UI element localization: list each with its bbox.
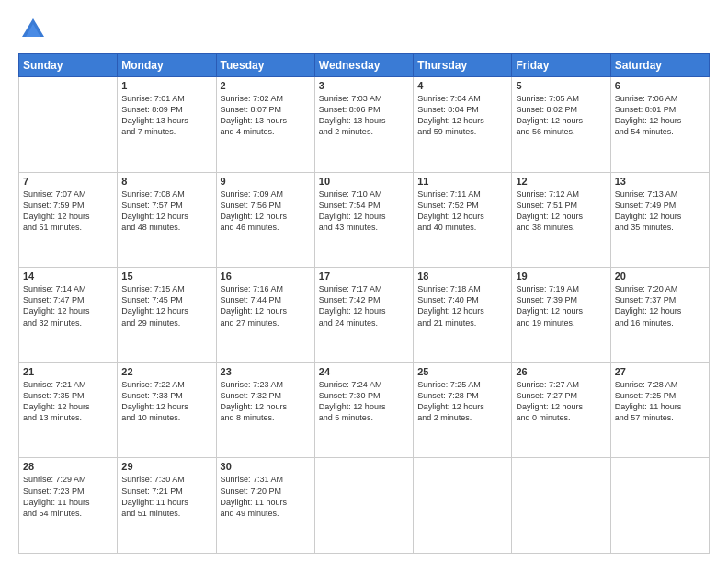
- day-number: 24: [319, 366, 409, 377]
- day-number: 16: [221, 270, 311, 282]
- header-day-sunday: Sunday: [19, 54, 118, 77]
- logo-icon: [18, 15, 48, 44]
- day-info: Sunrise: 7:24 AM Sunset: 7:30 PM Dayligh…: [319, 379, 409, 424]
- day-number: 2: [221, 80, 311, 91]
- day-number: 8: [121, 176, 211, 187]
- calendar-cell: 15Sunrise: 7:15 AM Sunset: 7:45 PM Dayli…: [118, 268, 216, 363]
- calendar-cell: 11Sunrise: 7:11 AM Sunset: 7:52 PM Dayli…: [414, 172, 512, 268]
- day-number: 13: [615, 176, 705, 187]
- header-day-saturday: Saturday: [610, 54, 709, 77]
- day-info: Sunrise: 7:31 AM Sunset: 7:20 PM Dayligh…: [221, 474, 311, 519]
- day-number: 30: [221, 461, 311, 472]
- calendar-cell: 22Sunrise: 7:22 AM Sunset: 7:33 PM Dayli…: [118, 362, 216, 458]
- day-info: Sunrise: 7:22 AM Sunset: 7:33 PM Dayligh…: [121, 379, 211, 424]
- calendar-row-3: 14Sunrise: 7:14 AM Sunset: 7:47 PM Dayli…: [19, 268, 710, 363]
- day-info: Sunrise: 7:16 AM Sunset: 7:44 PM Dayligh…: [221, 283, 311, 328]
- calendar-cell: 27Sunrise: 7:28 AM Sunset: 7:25 PM Dayli…: [610, 362, 709, 458]
- header-day-thursday: Thursday: [414, 54, 512, 77]
- day-number: 28: [23, 461, 113, 472]
- calendar-cell: 20Sunrise: 7:20 AM Sunset: 7:37 PM Dayli…: [610, 268, 709, 363]
- day-number: 5: [516, 80, 606, 91]
- day-number: 17: [319, 270, 409, 282]
- day-info: Sunrise: 7:01 AM Sunset: 8:09 PM Dayligh…: [121, 93, 211, 138]
- day-number: 10: [319, 176, 409, 187]
- calendar-cell: 13Sunrise: 7:13 AM Sunset: 7:49 PM Dayli…: [610, 172, 709, 268]
- calendar-cell: 10Sunrise: 7:10 AM Sunset: 7:54 PM Dayli…: [314, 172, 413, 268]
- day-number: 1: [121, 80, 211, 91]
- day-info: Sunrise: 7:12 AM Sunset: 7:51 PM Dayligh…: [516, 189, 606, 234]
- calendar-cell: 5Sunrise: 7:05 AM Sunset: 8:02 PM Daylig…: [512, 77, 610, 173]
- page: SundayMondayTuesdayWednesdayThursdayFrid…: [0, 0, 728, 563]
- calendar-cell: 7Sunrise: 7:07 AM Sunset: 7:59 PM Daylig…: [19, 172, 118, 268]
- calendar-cell: 16Sunrise: 7:16 AM Sunset: 7:44 PM Dayli…: [216, 268, 314, 363]
- day-info: Sunrise: 7:13 AM Sunset: 7:49 PM Dayligh…: [615, 189, 705, 234]
- day-number: 6: [615, 80, 705, 91]
- day-number: 9: [221, 176, 311, 187]
- day-number: 23: [221, 366, 311, 377]
- calendar-row-4: 21Sunrise: 7:21 AM Sunset: 7:35 PM Dayli…: [19, 362, 710, 458]
- day-info: Sunrise: 7:29 AM Sunset: 7:23 PM Dayligh…: [23, 474, 113, 519]
- calendar-cell: [512, 458, 610, 554]
- calendar-header-row: SundayMondayTuesdayWednesdayThursdayFrid…: [19, 54, 710, 77]
- day-info: Sunrise: 7:20 AM Sunset: 7:37 PM Dayligh…: [615, 283, 705, 328]
- day-number: 7: [23, 176, 113, 187]
- day-number: 21: [23, 366, 113, 377]
- calendar-cell: 19Sunrise: 7:19 AM Sunset: 7:39 PM Dayli…: [512, 268, 610, 363]
- header: [18, 15, 710, 44]
- day-info: Sunrise: 7:06 AM Sunset: 8:01 PM Dayligh…: [615, 93, 705, 138]
- day-info: Sunrise: 7:08 AM Sunset: 7:57 PM Dayligh…: [121, 189, 211, 234]
- header-day-tuesday: Tuesday: [216, 54, 314, 77]
- calendar-cell: 25Sunrise: 7:25 AM Sunset: 7:28 PM Dayli…: [414, 362, 512, 458]
- calendar-cell: 28Sunrise: 7:29 AM Sunset: 7:23 PM Dayli…: [19, 458, 118, 554]
- calendar-cell: 14Sunrise: 7:14 AM Sunset: 7:47 PM Dayli…: [19, 268, 118, 363]
- day-info: Sunrise: 7:15 AM Sunset: 7:45 PM Dayligh…: [121, 283, 211, 328]
- calendar-cell: 29Sunrise: 7:30 AM Sunset: 7:21 PM Dayli…: [118, 458, 216, 554]
- calendar-row-5: 28Sunrise: 7:29 AM Sunset: 7:23 PM Dayli…: [19, 458, 710, 554]
- calendar-cell: 2Sunrise: 7:02 AM Sunset: 8:07 PM Daylig…: [216, 77, 314, 173]
- calendar-cell: 4Sunrise: 7:04 AM Sunset: 8:04 PM Daylig…: [414, 77, 512, 173]
- calendar-cell: 6Sunrise: 7:06 AM Sunset: 8:01 PM Daylig…: [610, 77, 709, 173]
- day-info: Sunrise: 7:09 AM Sunset: 7:56 PM Dayligh…: [221, 189, 311, 234]
- day-number: 3: [319, 80, 409, 91]
- calendar-cell: 26Sunrise: 7:27 AM Sunset: 7:27 PM Dayli…: [512, 362, 610, 458]
- day-number: 22: [121, 366, 211, 377]
- day-number: 11: [417, 176, 507, 187]
- logo: [18, 15, 51, 44]
- day-info: Sunrise: 7:18 AM Sunset: 7:40 PM Dayligh…: [417, 283, 507, 328]
- calendar-cell: [414, 458, 512, 554]
- day-number: 27: [615, 366, 705, 377]
- day-info: Sunrise: 7:11 AM Sunset: 7:52 PM Dayligh…: [417, 189, 507, 234]
- calendar-cell: [19, 77, 118, 173]
- calendar-cell: 18Sunrise: 7:18 AM Sunset: 7:40 PM Dayli…: [414, 268, 512, 363]
- calendar-cell: 8Sunrise: 7:08 AM Sunset: 7:57 PM Daylig…: [118, 172, 216, 268]
- calendar: SundayMondayTuesdayWednesdayThursdayFrid…: [18, 53, 710, 554]
- day-number: 26: [516, 366, 606, 377]
- calendar-cell: 21Sunrise: 7:21 AM Sunset: 7:35 PM Dayli…: [19, 362, 118, 458]
- calendar-cell: 30Sunrise: 7:31 AM Sunset: 7:20 PM Dayli…: [216, 458, 314, 554]
- calendar-cell: 23Sunrise: 7:23 AM Sunset: 7:32 PM Dayli…: [216, 362, 314, 458]
- day-number: 29: [121, 461, 211, 472]
- day-info: Sunrise: 7:10 AM Sunset: 7:54 PM Dayligh…: [319, 189, 409, 234]
- calendar-cell: 24Sunrise: 7:24 AM Sunset: 7:30 PM Dayli…: [314, 362, 413, 458]
- day-number: 15: [121, 270, 211, 282]
- header-day-monday: Monday: [118, 54, 216, 77]
- header-day-wednesday: Wednesday: [314, 54, 413, 77]
- calendar-cell: 12Sunrise: 7:12 AM Sunset: 7:51 PM Dayli…: [512, 172, 610, 268]
- day-number: 12: [516, 176, 606, 187]
- day-info: Sunrise: 7:03 AM Sunset: 8:06 PM Dayligh…: [319, 93, 409, 138]
- header-day-friday: Friday: [512, 54, 610, 77]
- day-info: Sunrise: 7:17 AM Sunset: 7:42 PM Dayligh…: [319, 283, 409, 328]
- calendar-cell: 9Sunrise: 7:09 AM Sunset: 7:56 PM Daylig…: [216, 172, 314, 268]
- calendar-cell: 1Sunrise: 7:01 AM Sunset: 8:09 PM Daylig…: [118, 77, 216, 173]
- day-info: Sunrise: 7:19 AM Sunset: 7:39 PM Dayligh…: [516, 283, 606, 328]
- day-number: 18: [417, 270, 507, 282]
- calendar-cell: [610, 458, 709, 554]
- calendar-cell: [314, 458, 413, 554]
- day-info: Sunrise: 7:30 AM Sunset: 7:21 PM Dayligh…: [121, 474, 211, 519]
- calendar-row-2: 7Sunrise: 7:07 AM Sunset: 7:59 PM Daylig…: [19, 172, 710, 268]
- day-number: 4: [417, 80, 507, 91]
- day-info: Sunrise: 7:28 AM Sunset: 7:25 PM Dayligh…: [615, 379, 705, 424]
- day-info: Sunrise: 7:04 AM Sunset: 8:04 PM Dayligh…: [417, 93, 507, 138]
- day-info: Sunrise: 7:07 AM Sunset: 7:59 PM Dayligh…: [23, 189, 113, 234]
- day-info: Sunrise: 7:21 AM Sunset: 7:35 PM Dayligh…: [23, 379, 113, 424]
